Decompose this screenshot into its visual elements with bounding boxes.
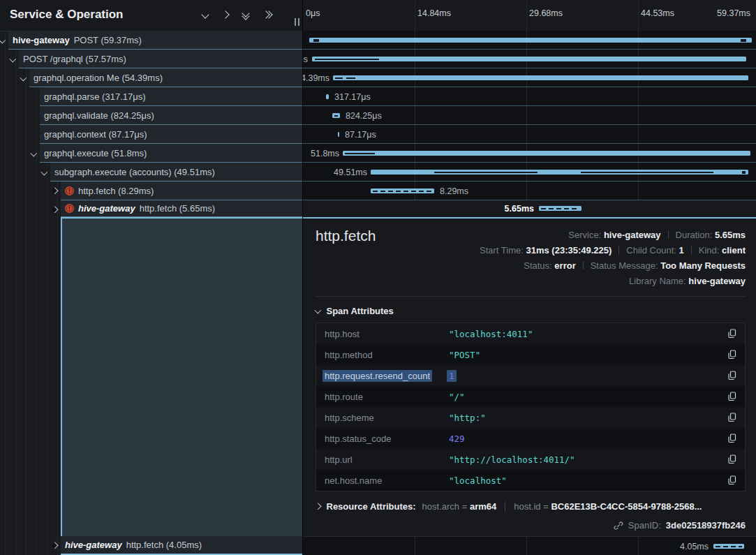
- attribute-row[interactable]: http.url "http://localhost:4011/": [316, 449, 745, 470]
- attribute-key: http.url: [325, 454, 449, 465]
- copy-icon[interactable]: [727, 349, 738, 360]
- chevron-right-icon[interactable]: [316, 503, 321, 510]
- timeline-row[interactable]: 317.17μs: [303, 87, 756, 106]
- tree-row[interactable]: hive-gateway POST (59.37ms): [8, 31, 302, 50]
- tree-row[interactable]: graphql.execute (51.8ms): [40, 144, 302, 163]
- timeline-rows: 57.57ms 54.39ms 317.17μs 824.25μs: [303, 31, 756, 217]
- time-tick: 44.53ms: [641, 8, 674, 18]
- attribute-key: net.host.name: [325, 475, 449, 486]
- tree-row[interactable]: hive-gateway http.fetch (4.05ms): [61, 536, 302, 555]
- double-chevron-right-icon[interactable]: [263, 12, 272, 17]
- chevron-right-icon[interactable]: [221, 10, 229, 18]
- chevron-down-icon[interactable]: [201, 10, 209, 18]
- span-bar[interactable]: [343, 151, 750, 156]
- attribute-value: "localhost:4011": [449, 329, 727, 339]
- duration-label: 8.29ms: [440, 186, 468, 196]
- timeline-row[interactable]: 4.05ms: [303, 536, 756, 555]
- meta-value: 5.65ms: [715, 230, 746, 240]
- panel-resize-handle[interactable]: [295, 18, 299, 26]
- span-bar[interactable]: [371, 188, 434, 193]
- tree-row-selected[interactable]: hive-gateway http.fetch (5.65ms): [61, 200, 302, 217]
- link-icon[interactable]: [614, 521, 623, 531]
- detail-title: http.fetch: [316, 228, 376, 244]
- copy-icon[interactable]: [727, 454, 738, 465]
- meta-label: Duration:: [676, 230, 713, 240]
- copy-icon[interactable]: [727, 370, 738, 381]
- span-bar[interactable]: [333, 75, 748, 80]
- span-name: graphql.parse (317.17μs): [44, 91, 146, 102]
- attribute-row[interactable]: http.host "localhost:4011": [316, 323, 745, 344]
- span-name: http.fetch (4.05ms): [126, 540, 202, 550]
- attribute-key: http.route: [325, 392, 449, 402]
- span-bar[interactable]: [326, 94, 329, 99]
- meta-label: Child Count:: [626, 245, 676, 256]
- timeline-row[interactable]: 54.39ms: [303, 68, 756, 87]
- span-name: http.fetch (5.65ms): [140, 203, 215, 214]
- span-tree-panel: Service & Operation hive-gateway POST (5…: [0, 0, 303, 555]
- span-name: graphql.validate (824.25μs): [44, 110, 154, 121]
- attribute-key: http.request.resend_count: [323, 370, 432, 382]
- meta-value: client: [722, 245, 746, 256]
- attribute-row[interactable]: http.route "/": [316, 386, 745, 407]
- attribute-row-highlighted[interactable]: http.request.resend_count 1: [316, 365, 745, 386]
- meta-value: error: [554, 260, 575, 271]
- double-chevron-down-icon[interactable]: [243, 10, 249, 19]
- tree-row[interactable]: graphql.parse (317.17μs): [40, 87, 302, 106]
- span-bar[interactable]: [539, 206, 581, 211]
- chevron-down-icon[interactable]: [315, 306, 321, 313]
- tree-row[interactable]: subgraph.execute (accounts) (49.51ms): [50, 163, 302, 182]
- tree-row[interactable]: graphql.context (87.17μs): [40, 125, 302, 144]
- time-tick: 59.37ms: [717, 8, 750, 18]
- span-bar[interactable]: [371, 170, 748, 175]
- error-icon: [65, 186, 74, 195]
- copy-icon[interactable]: [727, 328, 738, 339]
- duration-label: 51.8ms: [311, 149, 339, 158]
- copy-icon[interactable]: [727, 391, 738, 402]
- attribute-row[interactable]: net.host.name "localhost": [316, 470, 745, 491]
- tree-row[interactable]: POST /graphql (57.57ms): [19, 50, 302, 68]
- span-name: POST (59.37ms): [74, 35, 142, 45]
- span-attributes-header[interactable]: Span Attributes: [316, 306, 746, 316]
- attribute-row[interactable]: http.status_code 429: [316, 428, 745, 449]
- copy-icon[interactable]: [727, 433, 738, 444]
- tree-header: Service & Operation: [0, 0, 302, 31]
- timeline-row[interactable]: 57.57ms: [303, 50, 756, 68]
- tree-row[interactable]: http.fetch (8.29ms): [61, 182, 302, 200]
- span-bar[interactable]: [338, 132, 339, 137]
- timeline-row[interactable]: 49.51ms: [303, 163, 756, 182]
- meta-line: Library Name: hive-gateway: [480, 274, 746, 289]
- timeline-row[interactable]: 8.29ms: [303, 182, 756, 200]
- copy-icon[interactable]: [727, 412, 738, 423]
- copy-icon[interactable]: [727, 475, 738, 486]
- timeline-row[interactable]: 51.8ms: [303, 144, 756, 163]
- timeline-row[interactable]: 824.25μs: [303, 106, 756, 125]
- attribute-row[interactable]: http.method "POST": [316, 344, 745, 365]
- detail-meta: Service: hive-gatewayDuration: 5.65ms St…: [480, 228, 746, 289]
- meta-line: Start Time: 31ms (23:35:49.225)Child Cou…: [480, 243, 746, 258]
- span-name: http.fetch (8.29ms): [78, 186, 154, 196]
- span-name: subgraph.execute (accounts) (49.51ms): [54, 167, 215, 177]
- timeline-row[interactable]: [303, 31, 756, 50]
- trace-viewer: Service & Operation hive-gateway POST (5…: [0, 0, 756, 555]
- timeline-header: 0μs 14.84ms 29.68ms 44.53ms 59.37ms: [303, 0, 756, 31]
- span-bar[interactable]: [312, 57, 746, 61]
- attribute-row[interactable]: http.scheme "http:": [316, 407, 745, 428]
- tree-row[interactable]: graphql.operation Me (54.39ms): [29, 68, 302, 87]
- panel-title: Service & Operation: [10, 8, 124, 22]
- span-bar[interactable]: [309, 38, 752, 43]
- span-bar[interactable]: [713, 544, 744, 549]
- attribute-value: "POST": [449, 350, 727, 360]
- span-name: graphql.operation Me (54.39ms): [34, 73, 163, 83]
- tree-row[interactable]: graphql.validate (824.25μs): [40, 106, 302, 125]
- meta-label: Kind:: [699, 245, 720, 256]
- duration-label: 54.39ms: [303, 73, 329, 83]
- duration-label: 5.65ms: [505, 204, 534, 214]
- timeline-row-selected[interactable]: 5.65ms: [303, 200, 756, 217]
- timeline-row[interactable]: 87.17μs: [303, 125, 756, 144]
- resource-attributes-row[interactable]: Resource Attributes: host.arch = arm64 h…: [316, 501, 746, 512]
- meta-label: Service:: [568, 230, 601, 240]
- span-bar[interactable]: [332, 113, 340, 118]
- attribute-value: "http://localhost:4011/": [449, 454, 727, 465]
- resource-value: BC62E13B-C4CC-5854-9788-2568...: [551, 501, 702, 512]
- meta-divider: [618, 246, 619, 254]
